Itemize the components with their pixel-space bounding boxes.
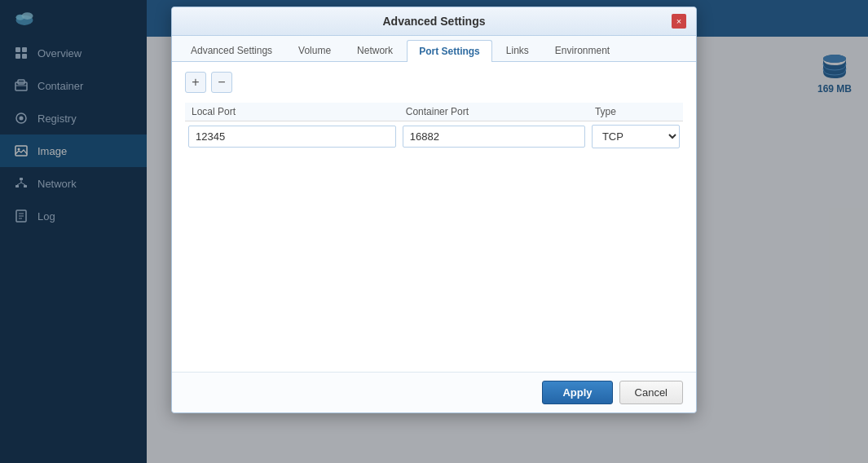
remove-port-button[interactable]: − [211,72,232,93]
col-header-type: Type [588,103,683,121]
modal-body: + − Local Port Container Port Type [172,62,696,372]
local-port-input[interactable] [188,126,396,148]
port-table: Local Port Container Port Type TCP [185,103,683,152]
container-port-input[interactable] [403,126,585,148]
tab-environment[interactable]: Environment [543,39,622,61]
tab-bar: Advanced Settings Volume Network Port Se… [172,36,696,62]
apply-button[interactable]: Apply [542,381,612,404]
modal-title: Advanced Settings [196,15,672,28]
tab-advanced-settings[interactable]: Advanced Settings [178,39,284,61]
modal-titlebar: Advanced Settings × [172,7,696,36]
tab-network[interactable]: Network [345,39,405,61]
container-port-cell [399,121,588,152]
col-header-local-port: Local Port [185,103,399,121]
advanced-settings-modal: Advanced Settings × Advanced Settings Vo… [171,7,697,413]
modal-footer: Apply Cancel [172,372,696,412]
modal-close-button[interactable]: × [672,14,686,29]
table-row: TCP UDP [185,121,683,152]
local-port-cell [185,121,399,152]
tab-port-settings[interactable]: Port Settings [407,40,492,62]
type-cell: TCP UDP [588,121,683,152]
type-select[interactable]: TCP UDP [592,125,680,148]
col-header-container-port: Container Port [399,103,588,121]
cancel-button[interactable]: Cancel [619,381,683,404]
port-toolbar: + − [185,72,683,93]
tab-volume[interactable]: Volume [286,39,343,61]
add-port-button[interactable]: + [185,72,206,93]
tab-links[interactable]: Links [494,39,541,61]
